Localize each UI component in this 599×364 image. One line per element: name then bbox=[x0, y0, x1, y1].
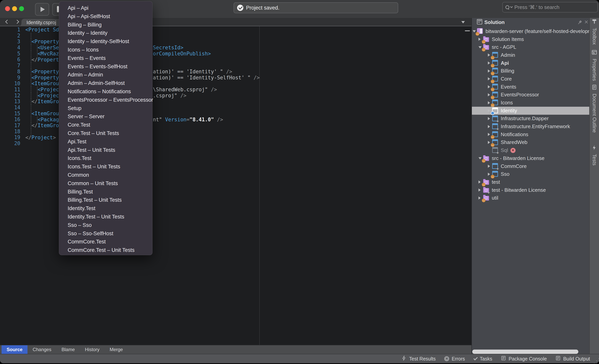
expand-icon[interactable] bbox=[478, 180, 481, 184]
status-errors[interactable]: ✕Errors bbox=[444, 356, 465, 362]
expand-icon[interactable] bbox=[488, 62, 490, 65]
expand-icon[interactable] bbox=[488, 125, 490, 128]
tree-row-api[interactable]: …Api bbox=[472, 59, 589, 67]
run-config-menu-item[interactable]: Core.Test – Unit Tests bbox=[59, 129, 152, 138]
expand-icon[interactable] bbox=[478, 196, 481, 200]
status-package-console[interactable]: Package Console bbox=[501, 355, 547, 362]
tree-row-notifications[interactable]: …Notifications bbox=[472, 131, 589, 139]
run-config-menu-item[interactable]: Core.Test bbox=[59, 121, 152, 129]
tree-row-test-bitwarden-license[interactable]: ✦test - Bitwarden License bbox=[472, 186, 589, 194]
status-tasks[interactable]: Tasks bbox=[474, 356, 492, 362]
expand-icon[interactable] bbox=[488, 77, 490, 80]
tab-source[interactable]: Source bbox=[1, 345, 27, 354]
tree-row-commcore[interactable]: ✦CommCore bbox=[472, 162, 589, 170]
expand-icon[interactable] bbox=[488, 53, 490, 57]
run-config-menu-item[interactable]: Identity.Test bbox=[59, 204, 152, 213]
traffic-light-close[interactable] bbox=[5, 6, 10, 11]
run-config-menu-item[interactable]: Api.Test – Unit Tests bbox=[59, 146, 152, 154]
expand-icon[interactable] bbox=[488, 109, 490, 112]
expand-icon[interactable] bbox=[488, 101, 490, 104]
collapse-icon[interactable] bbox=[478, 157, 482, 159]
tree-row-infrastructure-entityframework[interactable]: ✦Infrastructure.EntityFramework bbox=[472, 123, 589, 131]
expand-icon[interactable] bbox=[488, 133, 490, 136]
tree-row-events[interactable]: …Events bbox=[472, 83, 589, 91]
expand-icon[interactable] bbox=[488, 117, 490, 120]
expand-icon[interactable] bbox=[488, 93, 490, 96]
run-config-menu-item[interactable]: CommCore.Test bbox=[59, 238, 152, 246]
run-config-menu-item[interactable]: Events – Events bbox=[59, 54, 152, 62]
run-config-menu-item[interactable]: Common – Unit Tests bbox=[59, 179, 152, 188]
tab-blame[interactable]: Blame bbox=[56, 345, 80, 354]
expand-icon[interactable] bbox=[488, 85, 490, 88]
resize-grip[interactable] bbox=[596, 361, 597, 361]
run-config-menu-item[interactable]: Api – Api-SelfHost bbox=[59, 12, 152, 21]
run-config-menu-item[interactable]: Events – Events-SelfHost bbox=[59, 62, 152, 71]
tree-row-core[interactable]: …Core bbox=[472, 75, 589, 83]
run-config-menu-item[interactable]: Api.Test bbox=[59, 138, 152, 146]
collapse-icon[interactable] bbox=[473, 30, 476, 32]
tab-changes[interactable]: Changes bbox=[27, 345, 56, 354]
tree-row-infrastructure-dapper[interactable]: ✦Infrastructure.Dapper bbox=[472, 115, 589, 123]
close-icon[interactable]: ✕ bbox=[584, 19, 589, 25]
collapse-icon[interactable] bbox=[478, 46, 482, 48]
tree-row-util[interactable]: …util bbox=[472, 194, 589, 202]
expand-icon[interactable] bbox=[488, 173, 490, 176]
status-test-results[interactable]: Test Results bbox=[401, 355, 436, 362]
run-config-menu-item[interactable]: EventsProcessor – EventsProcessor bbox=[59, 96, 152, 104]
tree-row-billing[interactable]: …Billing bbox=[472, 67, 589, 75]
run-config-menu-item[interactable]: Sso – Sso-SelfHost bbox=[59, 229, 152, 238]
run-config-menu-item[interactable]: Common bbox=[59, 171, 152, 179]
tree-row-src-agpl[interactable]: …src - AGPL bbox=[472, 43, 589, 51]
dock-item-properties[interactable]: Properties bbox=[590, 49, 599, 81]
run-button[interactable] bbox=[35, 3, 49, 16]
run-config-menu-item[interactable]: Identity – Identity bbox=[59, 29, 152, 37]
tab-merge[interactable]: Merge bbox=[105, 345, 128, 354]
tree-row-sql[interactable]: ✦Sql✕ bbox=[472, 146, 589, 154]
tree-row-eventsprocessor[interactable]: …EventsProcessor bbox=[472, 91, 589, 99]
run-config-menu-item[interactable]: Admin – Admin-SelfHost bbox=[59, 79, 152, 87]
status-build-output[interactable]: Build Output bbox=[555, 355, 590, 362]
dock-item-toolbox[interactable]: Toolbox bbox=[590, 18, 599, 45]
dock-item-document-outline[interactable]: Document Outline bbox=[590, 84, 599, 133]
expand-icon[interactable] bbox=[488, 165, 490, 168]
run-config-menu-item[interactable]: Api – Api bbox=[59, 4, 152, 12]
horizontal-scrollbar[interactable] bbox=[472, 350, 578, 354]
run-config-menu-item[interactable]: Setup bbox=[59, 104, 152, 113]
run-config-menu-item[interactable]: Billing.Test bbox=[59, 188, 152, 196]
run-config-menu-item[interactable]: Identity.Test – Unit Tests bbox=[59, 213, 152, 221]
traffic-light-minimize[interactable] bbox=[12, 6, 17, 11]
run-config-menu-item[interactable]: Billing – Billing bbox=[59, 21, 152, 29]
run-config-menu-item[interactable]: CommCore.Test – Unit Tests bbox=[59, 246, 152, 254]
expand-icon[interactable] bbox=[488, 141, 490, 144]
expand-icon[interactable] bbox=[478, 188, 481, 192]
tab-identity-csproj[interactable]: Identity.csproj bbox=[21, 19, 61, 26]
navigate-back-icon[interactable] bbox=[5, 20, 9, 24]
search-input[interactable]: Press '⌘.' to search bbox=[502, 2, 598, 12]
run-config-menu-item[interactable]: Notifications – Notifications bbox=[59, 87, 152, 96]
run-config-menu-item[interactable]: Billing.Test – Unit Tests bbox=[59, 196, 152, 204]
tree-row-admin[interactable]: …Admin bbox=[472, 51, 589, 59]
expand-icon[interactable] bbox=[478, 38, 481, 41]
run-config-menu-item[interactable]: Icons.Test – Unit Tests bbox=[59, 162, 152, 171]
run-config-menu-item[interactable]: Admin – Admin bbox=[59, 71, 152, 79]
tree-row-solution-items[interactable]: …Solution Items bbox=[472, 35, 589, 43]
tree-row-sso[interactable]: …Sso bbox=[472, 170, 589, 178]
traffic-light-zoom[interactable] bbox=[19, 6, 24, 11]
dock-item-tests[interactable]: Tests bbox=[590, 145, 599, 165]
tree-row-identity[interactable]: …Identity bbox=[472, 107, 589, 115]
run-config-menu-item[interactable]: Sso – Sso bbox=[59, 221, 152, 229]
tab-history[interactable]: History bbox=[80, 345, 105, 354]
run-config-menu-item[interactable]: Server – Server bbox=[59, 112, 152, 121]
run-config-menu-item[interactable]: Icons – Icons bbox=[59, 46, 152, 54]
tree-row-icons[interactable]: …Icons bbox=[472, 99, 589, 107]
navigate-forward-icon[interactable] bbox=[15, 20, 19, 24]
run-config-menu-item[interactable]: Identity – Identity-SelfHost bbox=[59, 37, 152, 46]
tree-row-test[interactable]: …test bbox=[472, 178, 589, 186]
tree-row-src-bitwarden-license[interactable]: …src - Bitwarden License bbox=[472, 154, 589, 162]
tree-row-bitwarden-server-feature-self-hosted-development-[interactable]: …bitwarden-server (feature/self-hosted-d… bbox=[472, 27, 589, 35]
pin-icon[interactable] bbox=[576, 19, 583, 26]
tree-row-sharedweb[interactable]: …SharedWeb bbox=[472, 139, 589, 146]
run-config-menu-item[interactable]: Icons.Test bbox=[59, 154, 152, 162]
expand-icon[interactable] bbox=[488, 70, 490, 72]
tab-overflow-icon[interactable] bbox=[461, 21, 465, 23]
